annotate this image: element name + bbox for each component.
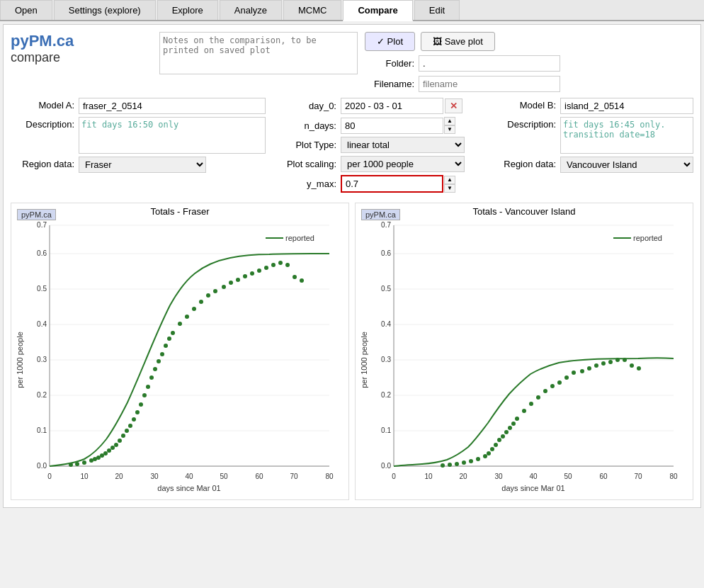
tab-edit[interactable]: Edit xyxy=(414,0,460,20)
plot-scaling-select[interactable]: per 1000 peopleabsolute xyxy=(341,156,465,172)
desc-a-input[interactable]: fit days 16:50 only xyxy=(79,117,266,154)
region-b-select[interactable]: Vancouver Island xyxy=(560,157,693,173)
filename-input[interactable] xyxy=(419,76,560,92)
svg-point-28 xyxy=(82,460,86,465)
svg-point-130 xyxy=(630,363,634,368)
plot-type-select[interactable]: linear totallog totallinear dailylog dai… xyxy=(341,137,465,153)
chart-b-model-line xyxy=(394,358,674,466)
model-a-panel: Model A: Description: fit days 16:50 onl… xyxy=(11,98,266,176)
tab-mcmc[interactable]: MCMC xyxy=(283,0,341,20)
svg-point-50 xyxy=(164,344,168,348)
svg-point-32 xyxy=(100,453,104,458)
svg-point-38 xyxy=(121,434,125,438)
ndays-up-button[interactable]: ▲ xyxy=(444,117,455,125)
svg-point-102 xyxy=(462,460,466,465)
chart-a-legend: reported xyxy=(285,234,314,242)
chart-a-dot xyxy=(69,463,73,467)
folder-input[interactable] xyxy=(419,55,560,72)
svg-point-103 xyxy=(469,459,473,463)
svg-point-48 xyxy=(157,359,161,363)
svg-text:50: 50 xyxy=(564,473,572,480)
svg-text:0.3: 0.3 xyxy=(381,356,391,363)
desc-a-label: Description: xyxy=(11,117,74,130)
svg-text:70: 70 xyxy=(290,473,298,480)
svg-point-70 xyxy=(300,278,304,283)
plot-button[interactable]: ✓ Plot xyxy=(365,32,415,51)
svg-point-69 xyxy=(293,275,297,279)
ymax-up-button[interactable]: ▲ xyxy=(444,176,455,184)
svg-point-113 xyxy=(511,422,516,426)
tab-open[interactable]: Open xyxy=(0,0,52,20)
tab-explore[interactable]: Explore xyxy=(157,0,218,20)
plot-scaling-label: Plot scaling: xyxy=(273,159,336,169)
svg-point-52 xyxy=(171,331,175,335)
chart-b-legend: reported xyxy=(633,234,662,242)
svg-point-63 xyxy=(250,271,254,276)
svg-point-55 xyxy=(192,307,196,311)
svg-point-125 xyxy=(594,363,598,368)
plot-type-label: Plot Type: xyxy=(273,140,336,150)
svg-point-54 xyxy=(185,315,189,319)
tab-compare[interactable]: Compare xyxy=(343,0,412,21)
folder-label: Folder: xyxy=(365,58,414,69)
model-a-input[interactable] xyxy=(79,98,266,114)
region-a-label: Region data: xyxy=(11,157,74,169)
svg-text:0.5: 0.5 xyxy=(381,285,391,293)
chart-a-xlabel: days since Mar 01 xyxy=(157,484,220,492)
svg-text:70: 70 xyxy=(634,473,642,480)
svg-point-112 xyxy=(508,426,512,430)
svg-point-108 xyxy=(494,443,498,447)
svg-text:0.2: 0.2 xyxy=(381,391,391,399)
svg-point-107 xyxy=(490,447,494,451)
notes-area xyxy=(159,32,358,92)
svg-point-41 xyxy=(132,417,136,422)
chart-b-title: Totals - Vancouver Island xyxy=(358,206,690,217)
tab-analyze[interactable]: Analyze xyxy=(220,0,282,20)
ymax-input[interactable] xyxy=(341,175,443,193)
svg-point-67 xyxy=(278,261,283,265)
desc-b-input[interactable]: fit days 16:45 only. transition date=18 xyxy=(560,117,693,154)
svg-text:0.6: 0.6 xyxy=(37,249,47,257)
svg-point-33 xyxy=(103,451,108,456)
center-controls: day_0: ✕ n_days: ▲ ▼ Plot Ty xyxy=(273,98,478,196)
day0-input[interactable] xyxy=(341,98,443,114)
svg-point-118 xyxy=(543,389,547,393)
svg-text:40: 40 xyxy=(185,473,193,480)
svg-point-45 xyxy=(146,385,150,389)
svg-point-121 xyxy=(564,375,569,380)
svg-point-111 xyxy=(504,430,509,434)
ndays-input[interactable] xyxy=(341,118,443,134)
save-plot-button[interactable]: 🖼 Save plot xyxy=(421,32,495,51)
svg-text:0.4: 0.4 xyxy=(37,320,47,328)
svg-point-35 xyxy=(110,446,115,450)
day0-clear-button[interactable]: ✕ xyxy=(445,98,462,113)
svg-point-56 xyxy=(199,300,203,304)
svg-text:0.7: 0.7 xyxy=(381,221,391,229)
svg-text:30: 30 xyxy=(494,473,503,480)
svg-point-120 xyxy=(557,380,562,385)
svg-point-34 xyxy=(107,448,111,453)
tab-settings-explore[interactable]: Settings (explore) xyxy=(54,0,156,20)
chart-fraser: pyPM.ca Totals - Fraser per 1000 people … xyxy=(11,203,349,500)
svg-point-116 xyxy=(529,402,533,406)
ymax-down-button[interactable]: ▼ xyxy=(444,184,455,193)
notes-input[interactable] xyxy=(159,32,358,74)
svg-text:0.0: 0.0 xyxy=(37,462,47,470)
app-title: pyPM.ca xyxy=(11,32,152,50)
chart-b-xlabel: days since Mar 01 xyxy=(501,484,564,492)
right-controls: ✓ Plot 🖼 Save plot Folder: Filename: xyxy=(365,32,693,92)
svg-point-42 xyxy=(135,410,140,414)
svg-text:80: 80 xyxy=(325,473,334,480)
svg-point-109 xyxy=(497,438,501,442)
svg-point-57 xyxy=(206,293,210,298)
chart-b-ylabel: per 1000 people xyxy=(360,332,368,388)
svg-point-104 xyxy=(476,457,480,461)
ndays-down-button[interactable]: ▼ xyxy=(444,125,455,134)
region-a-select[interactable]: Fraser xyxy=(79,157,206,173)
chart-island: pyPM.ca Totals - Vancouver Island per 10… xyxy=(355,203,693,500)
model-b-input[interactable] xyxy=(560,98,693,114)
tab-bar: Open Settings (explore) Explore Analyze … xyxy=(0,0,704,21)
page-subtitle: compare xyxy=(11,50,152,65)
svg-point-53 xyxy=(178,322,182,326)
svg-text:0: 0 xyxy=(392,473,396,480)
